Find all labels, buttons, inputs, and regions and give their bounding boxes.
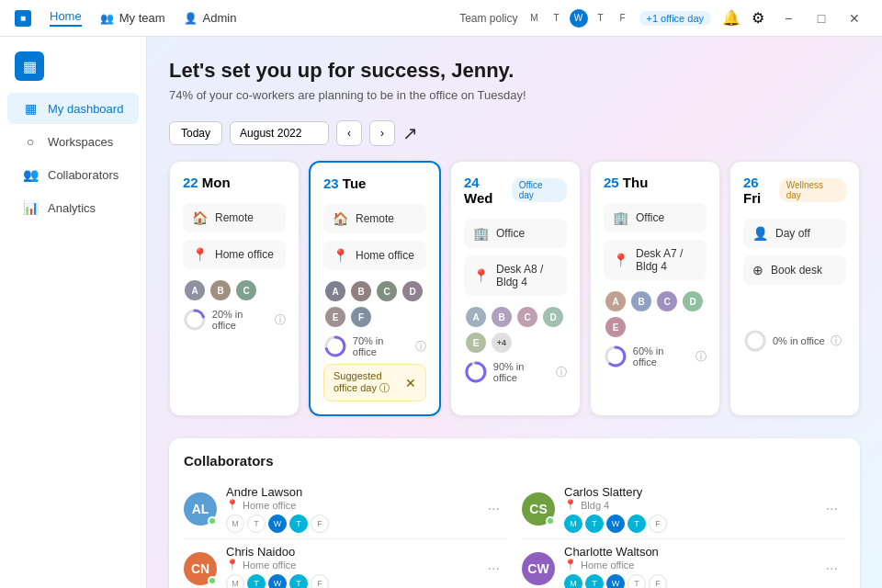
minimize-button[interactable]: −: [775, 6, 801, 31]
avatar-1-wed: A: [464, 305, 488, 329]
location-remote-tue: 🏠 Remote: [323, 204, 426, 233]
tab-my-team[interactable]: 👥 My team: [100, 11, 165, 25]
location-text-charlotte: Home office: [581, 560, 635, 571]
location-desk-wed: 📍 Desk A8 / Bldg 4: [464, 255, 567, 296]
office-icon-thu: 🏢: [613, 210, 628, 225]
location-label-bookdesk-fri: Book desk: [771, 264, 822, 277]
next-arrow[interactable]: ›: [369, 120, 395, 146]
suggestion-label: Suggested office day ⓘ: [334, 370, 405, 395]
avatar-carlos: CS: [522, 492, 555, 526]
maximize-button[interactable]: □: [808, 6, 834, 31]
location-icon-carlos: 📍: [564, 499, 577, 511]
dayoff-icon-fri: 👤: [752, 226, 768, 241]
day-card-tue: 23 Tue 🏠 Remote 📍 Home office A B C D E: [309, 161, 441, 416]
home-icon-mon: 🏠: [192, 210, 208, 225]
day-F-chris: F: [311, 574, 329, 588]
sidebar-item-analytics-label: Analytics: [48, 201, 96, 215]
day-card-wed-header: 24 Wed Office day: [464, 175, 567, 206]
location-label-remote-mon: Remote: [215, 211, 254, 224]
app-logo-area: ■: [15, 10, 31, 27]
day-T2-andre: T: [289, 514, 308, 533]
office-pct-tue: 70% in office ⓘ: [323, 334, 426, 358]
avatar-andre: AL: [184, 492, 217, 526]
pct-label-tue: 70% in office: [353, 335, 410, 357]
svg-point-5: [467, 363, 485, 381]
day-T2-charlotte: T: [628, 574, 646, 588]
avatars-tue: A B C D E F: [323, 279, 426, 329]
sidebar-item-analytics[interactable]: 📊 Analytics: [7, 192, 139, 223]
tab-admin[interactable]: 👤 Admin: [184, 11, 237, 25]
day-F-charlotte: F: [649, 574, 667, 588]
day-M-chris: M: [226, 574, 244, 588]
collaborators-section: Collaborators AL Andre Lawson 📍: [169, 438, 860, 588]
analytics-icon: 📊: [22, 199, 39, 216]
pin-icon-thu: 📍: [613, 253, 628, 267]
day-cards: 22 Mon 🏠 Remote 📍 Home office A B C: [169, 161, 860, 416]
collab-location-chris: 📍 Home office: [226, 559, 481, 571]
day-T1-andre: T: [247, 514, 266, 533]
day-card-fri: 26 Fri Wellness day 👤 Day off ⊕ Book des…: [729, 161, 860, 416]
sidebar-item-collaborators-label: Collaborators: [48, 168, 119, 182]
avatar-4-wed: D: [541, 305, 565, 329]
office-pct-mon: 20% in office ⓘ: [183, 308, 286, 332]
more-btn-andre[interactable]: ···: [481, 497, 507, 521]
location-label-dayoff-fri: Day off: [775, 227, 810, 240]
avatars-fri-empty: [743, 292, 846, 325]
close-button[interactable]: ✕: [842, 6, 867, 31]
more-btn-carlos[interactable]: ···: [819, 497, 845, 521]
sidebar-item-dashboard-label: My dashboard: [48, 102, 123, 116]
avatar-3-wed: C: [515, 305, 539, 329]
collab-days-carlos: M T W T F: [564, 514, 819, 533]
suggestion-close[interactable]: ✕: [405, 376, 416, 390]
sidebar-item-dashboard[interactable]: ▦ My dashboard: [7, 93, 139, 124]
avatar-1-tue: A: [323, 279, 347, 303]
tab-home[interactable]: Home: [50, 9, 82, 27]
tab-admin-label: Admin: [203, 11, 237, 25]
window-controls: − □ ✕: [775, 6, 867, 31]
info-icon-wed: ⓘ: [556, 365, 567, 380]
avatar-5-wed: E: [464, 331, 488, 355]
more-btn-charlotte[interactable]: ···: [819, 557, 845, 581]
day-F-carlos: F: [649, 514, 667, 533]
home-icon-tue: 🏠: [333, 211, 348, 226]
collab-name-chris: Chris Naidoo: [226, 545, 481, 559]
avatar-4-thu: D: [681, 289, 705, 313]
prev-arrow[interactable]: ‹: [336, 120, 362, 146]
policy-day-M: M: [526, 9, 544, 28]
location-icon-chris: 📍: [226, 559, 239, 571]
tab-home-label: Home: [50, 9, 82, 23]
cursor-icon: ↗: [402, 122, 418, 144]
office-day-badge-wed: Office day: [512, 178, 567, 202]
month-select[interactable]: August 2022: [230, 121, 329, 145]
dashboard-icon: ▦: [22, 100, 39, 117]
day-num-fri: 26: [743, 175, 759, 190]
location-text-carlos: Bldg 4: [581, 500, 609, 511]
policy-day-T2: T: [592, 9, 610, 28]
collaborator-row-charlotte: CW Charlotte Waltson 📍 Home office M T: [522, 539, 845, 588]
workspaces-icon: ○: [22, 133, 39, 150]
sidebar-item-workspaces[interactable]: ○ Workspaces: [7, 126, 139, 157]
location-bookdesk-fri[interactable]: ⊕ Book desk: [743, 255, 846, 285]
collab-days-charlotte: M T W T F: [564, 574, 819, 588]
avatar-6-tue: F: [349, 305, 373, 329]
avatar-5-tue: E: [323, 305, 347, 329]
policy-day-W: W: [570, 9, 588, 28]
pin-icon-wed: 📍: [473, 268, 489, 283]
location-home-tue: 📍 Home office: [323, 241, 426, 270]
more-btn-chris[interactable]: ···: [481, 557, 507, 581]
day-num-thu: 25: [604, 175, 619, 190]
settings-icon[interactable]: ⚙: [752, 9, 764, 27]
policy-day-T1: T: [548, 9, 566, 28]
location-home-mon: 📍 Home office: [183, 240, 286, 269]
today-button[interactable]: Today: [169, 121, 222, 145]
collab-location-carlos: 📍 Bldg 4: [564, 499, 819, 511]
sidebar-item-collaborators[interactable]: 👥 Collaborators: [7, 159, 139, 190]
collab-name-carlos: Carlos Slattery: [564, 485, 819, 499]
main-layout: ▦ ▦ My dashboard ○ Workspaces 👥 Collabor…: [0, 37, 882, 588]
location-icon-andre: 📍: [226, 499, 239, 511]
avatar-more-wed: +4: [490, 331, 514, 355]
day-F-andre: F: [311, 514, 329, 533]
day-card-mon-header: 22 Mon: [183, 175, 286, 190]
notifications-icon[interactable]: 🔔: [722, 9, 741, 27]
day-T2-chris: T: [289, 574, 308, 588]
